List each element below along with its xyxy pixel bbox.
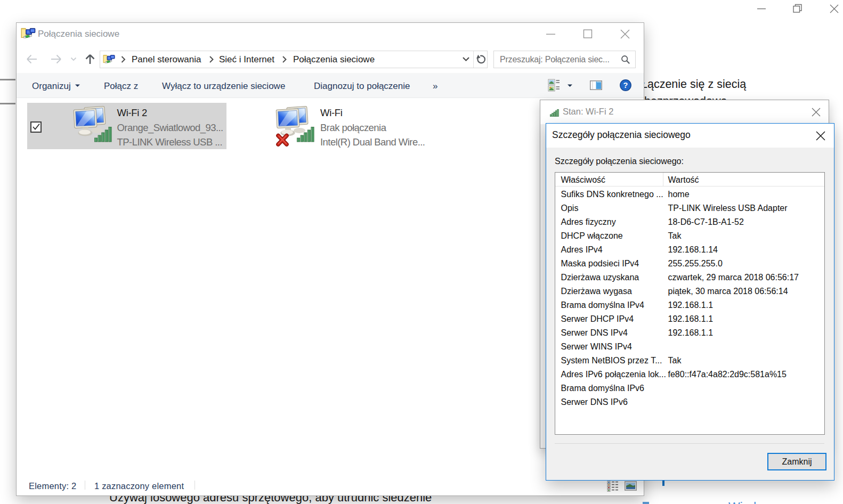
svg-text:?: ? (623, 81, 628, 90)
